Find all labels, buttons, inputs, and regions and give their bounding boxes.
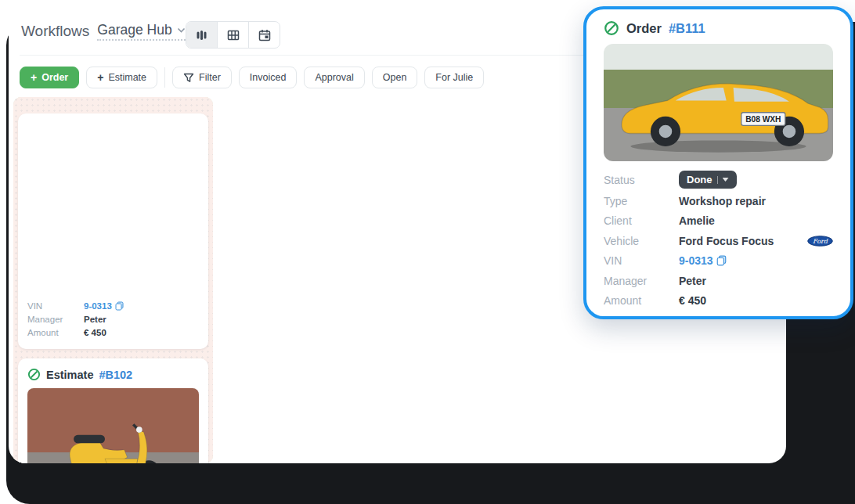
page-title: Workflows (21, 23, 89, 40)
toolbar-separator (164, 67, 165, 88)
popup-header: Order #B111 (604, 20, 833, 36)
calendar-icon (258, 28, 272, 42)
order-type-icon (604, 20, 619, 36)
funnel-icon (183, 73, 194, 83)
card-id-link[interactable]: #B102 (99, 369, 132, 381)
hidden-card-area (27, 123, 199, 293)
svg-text:Ford: Ford (813, 237, 828, 244)
card-header: Estimate #B102 (27, 368, 199, 381)
ford-logo-icon: Ford (807, 236, 833, 247)
card-details: VIN 9-0313 ManagerPeter Amount€ 450 (27, 300, 199, 339)
plus-icon: + (31, 72, 37, 83)
estimate-card-b102[interactable]: Estimate #B102 (18, 358, 208, 463)
workspace-selector[interactable]: Garage Hub (97, 22, 185, 41)
calendar-view-button[interactable] (248, 22, 280, 48)
filter-invoiced-button[interactable]: Invoiced (239, 67, 298, 88)
filter-open-button[interactable]: Open (372, 67, 418, 88)
app-header: Workflows Garage Hub (21, 22, 186, 41)
order-card-b111-partial[interactable]: VIN 9-0313 ManagerPeter Amount€ 450 (18, 113, 208, 349)
order-type-icon (27, 368, 41, 381)
status-badge[interactable]: Done (679, 171, 737, 189)
chevron-down-icon (177, 27, 186, 33)
kanban-view-button[interactable] (186, 22, 217, 48)
add-estimate-button[interactable]: + Estimate (86, 67, 157, 88)
car-illustration: B08 WXH (604, 44, 833, 161)
filter-approval-button[interactable]: Approval (304, 67, 364, 88)
order-detail-popup: Order #B111 B08 WXH Status Done TypeWork… (583, 6, 853, 319)
filter-button[interactable]: Filter (172, 67, 232, 88)
view-switcher (186, 21, 280, 49)
kanban-column-done: VIN 9-0313 ManagerPeter Amount€ 450 Esti… (13, 97, 213, 463)
vin-link[interactable]: 9-0313 (84, 301, 124, 311)
scooter-illustration (27, 388, 199, 463)
table-icon (226, 28, 240, 42)
plus-icon: + (97, 72, 103, 83)
card-kind: Estimate (46, 369, 93, 381)
toolbar: + Order + Estimate Filter Invoiced Appro… (20, 67, 484, 88)
add-order-button[interactable]: + Order (20, 67, 79, 88)
card-kind: Order (626, 21, 662, 36)
workspace-name: Garage Hub (97, 22, 171, 38)
card-id-link[interactable]: #B111 (669, 21, 705, 36)
kanban-icon (194, 28, 209, 42)
vin-link[interactable]: 9-0313 (679, 254, 727, 267)
vehicle-photo: B08 WXH (604, 44, 833, 161)
copy-icon (115, 301, 124, 311)
license-plate: B08 WXH (745, 115, 781, 124)
table-view-button[interactable] (217, 22, 248, 48)
vehicle-photo (27, 388, 199, 463)
chevron-down-icon (723, 178, 729, 182)
popup-details: Status Done TypeWorkshop repair ClientAm… (604, 171, 833, 308)
column-header (13, 97, 213, 110)
copy-icon (716, 255, 727, 266)
filter-for-julie-button[interactable]: For Julie (424, 67, 484, 88)
